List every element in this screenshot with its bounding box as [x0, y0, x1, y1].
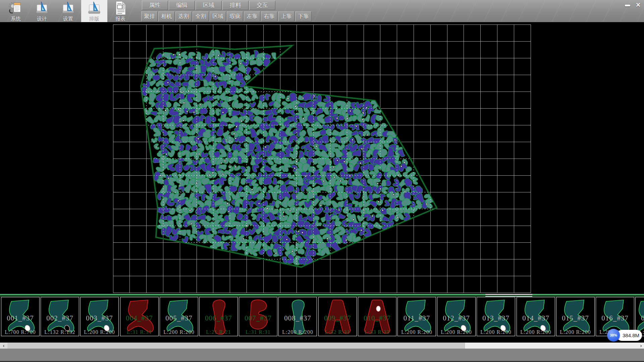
part-lr-count: L:31 R:31 — [120, 329, 158, 335]
system-icon — [8, 0, 23, 16]
status-bar — [0, 349, 644, 362]
part-id: 016_#37 — [596, 314, 634, 322]
strip-viewport-marker — [485, 294, 532, 297]
tool-全割[interactable]: 全割 — [193, 11, 209, 21]
part-lr-count: L:200 R:200 — [556, 329, 594, 335]
tool-瑕疵[interactable]: 瑕疵 — [227, 11, 243, 21]
tool-区域[interactable]: 区域 — [210, 11, 226, 21]
scroll-thumb[interactable] — [7, 343, 465, 349]
part-lr-count: L:132 R:132 — [41, 329, 79, 335]
memory-value: 384.8M — [623, 333, 639, 338]
horizontal-scrollbar[interactable]: ‹ › — [0, 343, 644, 349]
part-lr-count: L:200 R:200 — [80, 329, 118, 335]
toolbar: 系统设计设置排版报表 属性编辑区域排料交互 聚排相机选割全割区域瑕疵左靠右靠上靠… — [0, 0, 644, 22]
part-cell-014_#37[interactable]: 014_#37L:200 R:200 — [517, 297, 555, 336]
part-id: 009_#37 — [319, 314, 357, 322]
nesting-icon — [87, 0, 102, 16]
menu-交互[interactable]: 交互 — [249, 1, 275, 10]
progress-badge: 38% — [607, 329, 620, 342]
part-id: 005_#37 — [160, 314, 198, 322]
part-id: 003_#37 — [80, 314, 118, 322]
mode-button-label: 设计 — [29, 16, 55, 21]
close-icon: ✕ — [636, 2, 641, 8]
tool-上靠[interactable]: 上靠 — [278, 11, 294, 21]
part-lr-count: L:200 R:200 — [517, 329, 555, 335]
part-cell-007_#37[interactable]: 007_#37L:31 R:31 — [239, 297, 277, 336]
part-id: 014_#37 — [517, 314, 555, 322]
part-lr-count: L:200 R:200 — [398, 329, 436, 335]
minimize-button[interactable] — [623, 1, 632, 9]
part-cell-008_#37[interactable]: 008_#37L:200 R:200 — [278, 297, 317, 336]
part-lr-count: L:33 R:33 — [358, 329, 396, 335]
part-id: 017_#37 — [636, 314, 644, 322]
mode-button-系统[interactable]: 系统 — [3, 0, 29, 22]
menu-属性[interactable]: 属性 — [142, 1, 168, 10]
strip-separator-line2 — [0, 296, 644, 296]
menu-区域[interactable]: 区域 — [196, 1, 222, 10]
tool-左靠[interactable]: 左靠 — [244, 11, 260, 21]
part-id: 001_#37 — [1, 314, 39, 322]
scroll-left-arrow[interactable]: ‹ — [0, 343, 7, 349]
minimize-icon — [625, 5, 630, 6]
tool-相机[interactable]: 相机 — [158, 11, 175, 21]
mode-button-报表[interactable]: 报表 — [107, 0, 133, 22]
close-button[interactable]: ✕ — [633, 1, 643, 9]
part-cell-013_#37[interactable]: 013_#37L:200 R:200 — [477, 297, 515, 336]
part-id: 004_#37 — [120, 314, 158, 322]
mode-button-label: 设置 — [55, 16, 81, 21]
design-icon — [35, 0, 49, 16]
part-cell-002_#37[interactable]: 002_#37L:132 R:132 — [41, 297, 79, 336]
part-lr-count: L:200 R:200 — [279, 329, 317, 335]
progress-percent: 38% — [610, 333, 617, 337]
part-id: 006_#37 — [200, 314, 237, 322]
report-icon — [113, 0, 128, 16]
part-id: 010_#37 — [358, 314, 396, 322]
part-cell-006_#37[interactable]: 006_#37L:21 R:21 — [199, 297, 238, 336]
app-window: 系统设计设置排版报表 属性编辑区域排料交互 聚排相机选割全割区域瑕疵左靠右靠上靠… — [0, 0, 644, 362]
part-cell-012_#37[interactable]: 012_#37L:200 R:200 — [437, 297, 476, 336]
mode-button-label: 系统 — [3, 16, 29, 21]
nesting-canvas[interactable] — [0, 22, 644, 294]
part-lr-count: L:200 R:200 — [437, 329, 475, 335]
part-cell-010_#37[interactable]: 010_#37L:33 R:33 — [358, 297, 396, 336]
part-cell-005_#37[interactable]: 005_#37L:200 R:200 — [160, 297, 198, 336]
part-cell-015_#37[interactable]: 015_#37L:200 R:200 — [556, 297, 595, 336]
part-lr-count: L:32 R:31 — [319, 329, 357, 335]
tool-选割[interactable]: 选割 — [175, 11, 192, 21]
parts-strip: 001_#37L:700 R:700002_#37L:132 R:132003_… — [0, 294, 644, 337]
tool-聚排[interactable]: 聚排 — [141, 11, 158, 21]
part-lr-count: L:21 R:21 — [200, 329, 237, 335]
part-id: 011_#37 — [398, 314, 436, 322]
mode-button-设计[interactable]: 设计 — [29, 0, 55, 22]
part-cell-003_#37[interactable]: 003_#37L:200 R:200 — [80, 297, 119, 336]
menu-编辑[interactable]: 编辑 — [169, 1, 195, 10]
scroll-right-arrow[interactable]: › — [638, 343, 644, 349]
part-id: 007_#37 — [239, 314, 277, 322]
settings-icon — [61, 0, 75, 16]
part-id: 008_#37 — [279, 314, 317, 322]
part-id: 015_#37 — [556, 314, 594, 322]
tool-右靠[interactable]: 右靠 — [261, 11, 277, 21]
part-lr-count: L:31 R:31 — [239, 329, 277, 335]
part-lr-count: L:200 R:200 — [160, 329, 198, 335]
strip-separator-line — [0, 294, 644, 295]
mode-button-label: 报表 — [107, 16, 133, 21]
mode-button-排版[interactable]: 排版 — [81, 0, 107, 22]
tool-下靠[interactable]: 下靠 — [295, 11, 312, 21]
part-lr-count: L:700 R:700 — [1, 329, 39, 335]
part-id: 012_#37 — [437, 314, 475, 322]
part-id: 013_#37 — [477, 314, 515, 322]
part-id: 002_#37 — [41, 314, 79, 322]
mode-button-设置[interactable]: 设置 — [55, 0, 81, 22]
memory-indicator: 384.8M — [616, 330, 642, 341]
part-cell-011_#37[interactable]: 011_#37L:200 R:200 — [397, 297, 436, 336]
part-cell-009_#37[interactable]: 009_#37L:32 R:31 — [318, 297, 357, 336]
part-cell-004_#37[interactable]: 004_#37L:31 R:31 — [120, 297, 159, 336]
part-lr-count: L:200 R:200 — [477, 329, 515, 335]
menu-排料[interactable]: 排料 — [222, 1, 249, 10]
part-cell-001_#37[interactable]: 001_#37L:700 R:700 — [1, 297, 40, 336]
mode-button-label: 排版 — [81, 16, 107, 21]
